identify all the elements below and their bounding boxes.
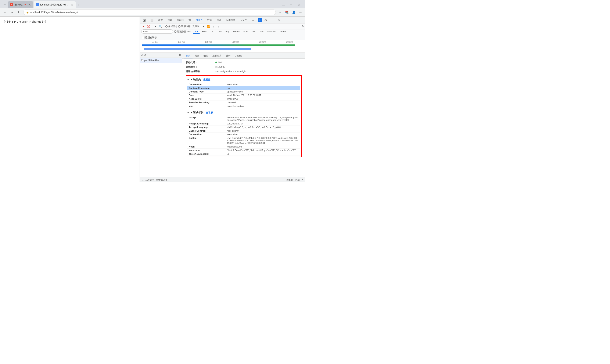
devtools-settings[interactable]: ⚙ [263,17,269,23]
close-window-button[interactable]: ✕ [296,2,302,8]
tab-sources[interactable]: 源 [186,17,193,23]
tab-network[interactable]: 网络 ✕ [193,17,205,23]
referrer-policy-row: 引用站点策略： strict-origin-when-cross-origin [186,69,302,74]
reload-button[interactable]: ↻ [16,9,22,15]
detail-tab-headers[interactable]: 标头 [184,53,192,58]
page-json-response: {"id":44,"name":"zhangsi"} [3,20,136,23]
record-button[interactable]: ● [141,24,146,28]
favorites-icon[interactable]: ☆ [277,9,283,15]
sidebar-toggle-icon[interactable]: ☰ [2,3,7,7]
console-tab-bottom[interactable]: 控制台 [286,178,293,181]
detail-tabs: 标头 预览 响应 发起程序 计时 Cookie [182,53,305,59]
forward-button[interactable]: → [9,9,15,15]
devtools-settings-right[interactable]: ⚙ [302,25,304,28]
filter-xhr[interactable]: XHR [200,30,208,34]
issues-tab-bottom[interactable]: 问题 [295,178,300,181]
filter-img[interactable]: Img [224,30,231,34]
tab-elements[interactable]: 元素 [165,17,174,23]
filter-ws[interactable]: WS [258,30,266,34]
blocked-requests-checkbox[interactable] [142,36,144,39]
detail-tab-cookie[interactable]: Cookie [233,53,244,58]
minimize-button[interactable]: ─ [280,2,286,8]
timeline-label-300: 300 ms [286,41,293,43]
tab-application[interactable]: 应用程序 [224,17,237,23]
devtools-close-btn[interactable]: ✕ [276,17,282,23]
filter-js[interactable]: JS [208,30,215,34]
request-checkbox-1[interactable] [141,59,143,61]
collections-icon[interactable]: 📚 [284,9,290,15]
devtools-icon-inspect[interactable]: ▣ [141,17,148,23]
restore-button[interactable]: □ [288,2,294,8]
request-headers-section[interactable]: ▼ ▼ 请求标头 查看源 [187,110,300,116]
detail-tab-preview[interactable]: 预览 [192,53,202,58]
close-bottom-bar[interactable]: ✕ [301,178,303,181]
waterfall-bar-1 [144,48,251,50]
req-header-sec-ch-ua: sec-ch-ua: " Not;A Brand";v="99", "Micro… [187,149,300,152]
profile-icon[interactable]: 👤 [291,9,297,15]
back-button[interactable]: ← [2,9,8,15]
throttle-dropdown-icon[interactable]: ▾ [201,24,205,28]
tab-security[interactable]: 安全性 [238,17,249,23]
filter-input[interactable] [141,29,173,34]
response-headers-source-link[interactable]: 查看源 [203,78,210,81]
feedback-badge: 1 [258,18,262,22]
req-header-cache-control: Cache-Control: max-age=0 [187,129,300,133]
throttle-select[interactable]: 无限制 [191,25,200,28]
tab-close-1[interactable]: ✕ [28,3,31,6]
hide-data-url-checkbox[interactable]: 隐藏数据 URL [174,30,192,33]
search-icon[interactable]: 🔍 [158,24,163,28]
filter-icon[interactable]: ▼ [153,24,158,28]
tab-performance[interactable]: 性能 [205,17,214,23]
more-options-btn[interactable]: ... [142,179,144,181]
status-code-row: 状态代码： 200 [186,60,302,65]
filter-font[interactable]: Font [242,30,250,34]
disable-cache-checkbox[interactable]: 禁用缓存 [178,25,190,28]
tab-bar: ☰ E Eureka ✕ L localhost:9098/get2?id=44… [0,0,305,8]
url-bar[interactable]: 🔒 localhost:9098/get2?id=44&name=zhangsi [23,9,276,15]
network-toolbar: ● 🚫 ▼ 🔍 保留日志 禁用缓存 无限制 ▾ 📶 ↑ ↓ ⚙ [140,24,305,29]
response-headers-list: Connection: keep-alive Content-Encoding:… [187,83,300,108]
network-timeline: 50 ms 100 ms 150 ms 200 ms 250 ms 300 ms [140,40,305,53]
close-detail-icon[interactable]: ✕ [179,54,181,56]
req-header-accept: Accept: text/html,application/xhtml+xml,… [187,116,300,122]
tab-close-2[interactable]: ✕ [71,3,73,6]
tab-console[interactable]: 控制台 [175,17,186,23]
wifi-icon[interactable]: 📶 [206,24,211,28]
filter-css[interactable]: CSS [215,30,224,34]
detail-tab-initiator[interactable]: 发起程序 [210,53,224,58]
request-item-1[interactable]: get2?id=44&n... [140,58,182,63]
detail-tab-timing[interactable]: 计时 [224,53,233,58]
export-icon[interactable]: ↓ [217,24,221,28]
filter-type-tabs: All XHR JS CSS Img Media Font Doc WS Man… [193,30,288,34]
filter-other[interactable]: Other [278,30,288,34]
filter-manifest[interactable]: Manifest [265,30,278,34]
request-headers-triangle: ▼ [187,112,189,114]
resp-header-content-type: Content-Type: application/json [187,90,300,93]
tab-eureka[interactable]: E Eureka ✕ [8,1,33,8]
browser-chrome: ☰ E Eureka ✕ L localhost:9098/get2?id=44… [0,0,305,17]
request-headers-list: Accept: text/html,application/xhtml+xml,… [187,116,300,156]
tab-more[interactable]: >> [249,17,257,23]
devtools-panel: ▣ ⬜ 欢迎 元素 控制台 源 网络 ✕ 性能 内存 应用程序 安全性 >> 1… [140,17,305,182]
tab-welcome[interactable]: 欢迎 [156,17,165,23]
preserve-log-checkbox[interactable]: 保留日志 [165,25,177,28]
new-tab-button[interactable]: + [76,2,82,8]
filter-all[interactable]: All [193,30,200,34]
tab-localhost[interactable]: L localhost:9098/get2?id=44&nam... ✕ [33,1,76,8]
response-headers-section[interactable]: ▼ ▼ 响应头 查看源 [187,77,300,83]
clear-button[interactable]: 🚫 [146,24,150,28]
timeline-progress-bar [142,44,295,46]
tab-memory[interactable]: 内存 [215,17,223,23]
import-icon[interactable]: ↑ [211,24,216,28]
filter-media[interactable]: Media [231,30,242,34]
more-button[interactable]: ⋯ [297,9,303,15]
filter-doc[interactable]: Doc [250,30,258,34]
detail-tab-response[interactable]: 响应 [202,53,210,58]
devtools-options[interactable]: ⋯ [270,17,276,23]
headers-red-border-box: ▼ ▼ 响应头 查看源 Connection: keep-alive Conte… [186,75,302,157]
request-headers-source-link[interactable]: 查看源 [206,111,213,114]
resp-header-vary: vary: accept-encoding [187,104,300,108]
req-header-accept-encoding: Accept-Encoding: gzip, deflate, br [187,122,300,126]
devtools-icon-device[interactable]: ⬜ [148,17,156,23]
request-list: 名称 ✕ get2?id=44&n... [140,53,182,177]
